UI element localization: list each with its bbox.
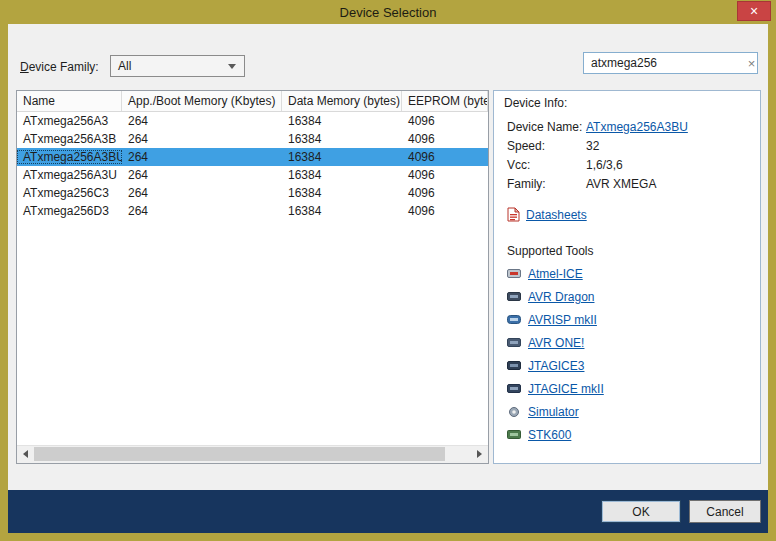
cell-eeprom: 4096	[402, 114, 488, 128]
cell-app-boot-memory: 264	[122, 150, 282, 164]
scroll-left-icon	[19, 450, 28, 458]
window-title: Device Selection	[340, 5, 437, 20]
avr-dragon-icon	[507, 291, 521, 302]
jtagice-mkii-icon	[507, 383, 521, 394]
close-button[interactable]: ×	[737, 1, 771, 21]
device-family-select[interactable]: All	[110, 55, 245, 77]
device-name-field: Device Name: ATxmega256A3BU	[494, 120, 760, 139]
cell-data-memory: 16384	[282, 204, 402, 218]
tool-link[interactable]: JTAGICE mkII	[528, 382, 604, 396]
cell-app-boot-memory: 264	[122, 204, 282, 218]
column-header-eeprom[interactable]: EEPROM (bytes)	[402, 91, 488, 111]
table-row[interactable]: ATxmega256D3 264 16384 4096	[17, 202, 488, 220]
column-header-app-boot-memory[interactable]: App./Boot Memory (Kbytes)	[122, 91, 282, 111]
device-name-link[interactable]: ATxmega256A3BU	[586, 120, 688, 134]
dialog-content: Device Family: All × Name App./Boot Memo…	[8, 24, 768, 533]
cell-eeprom: 4096	[402, 150, 488, 164]
cell-name: ATxmega256A3U	[17, 168, 122, 182]
table-row[interactable]: ATxmega256A3 264 16384 4096	[17, 112, 488, 130]
vcc-field: Vcc: 1,6/3,6	[494, 158, 760, 177]
tool-item: STK600	[494, 423, 760, 446]
tool-item: AVR Dragon	[494, 285, 760, 308]
tool-item: Simulator	[494, 400, 760, 423]
clear-search-icon[interactable]: ×	[746, 57, 757, 70]
stk600-icon	[507, 429, 521, 440]
device-family-label: Device Family:	[20, 60, 99, 74]
column-header-name[interactable]: Name	[17, 91, 122, 111]
cell-name: ATxmega256A3B	[17, 132, 122, 146]
vcc-value: 1,6/3,6	[586, 158, 623, 172]
avr-one-icon	[507, 337, 521, 348]
scroll-left-button[interactable]	[17, 446, 34, 462]
cell-app-boot-memory: 264	[122, 114, 282, 128]
family-value: AVR XMEGA	[586, 177, 656, 191]
table-row[interactable]: ATxmega256C3 264 16384 4096	[17, 184, 488, 202]
avrisp-mkii-icon	[507, 314, 521, 325]
chevron-down-icon	[228, 64, 236, 69]
family-field: Family: AVR XMEGA	[494, 177, 760, 196]
tool-link[interactable]: JTAGICE3	[528, 359, 584, 373]
device-table: Name App./Boot Memory (Kbytes) Data Memo…	[16, 90, 489, 464]
cancel-button-label: Cancel	[706, 505, 743, 519]
cell-name: ATxmega256A3BU	[17, 150, 122, 164]
cell-app-boot-memory: 264	[122, 132, 282, 146]
table-row[interactable]: ATxmega256A3U 264 16384 4096	[17, 166, 488, 184]
cell-app-boot-memory: 264	[122, 186, 282, 200]
ok-button-label: OK	[632, 505, 649, 519]
cell-data-memory: 16384	[282, 132, 402, 146]
horizontal-scrollbar[interactable]	[17, 445, 488, 463]
supported-tools-title: Supported Tools	[494, 222, 760, 262]
tool-link[interactable]: AVR ONE!	[528, 336, 584, 350]
cancel-button[interactable]: Cancel	[689, 500, 761, 523]
speed-field: Speed: 32	[494, 139, 760, 158]
datasheets-row: Datasheets	[494, 196, 760, 222]
speed-label: Speed:	[507, 139, 586, 153]
speed-value: 32	[586, 139, 599, 153]
device-family-value: All	[111, 59, 228, 73]
search-box: ×	[583, 52, 758, 74]
tool-link[interactable]: AVRISP mkII	[528, 313, 597, 327]
tool-item: AVRISP mkII	[494, 308, 760, 331]
column-header-data-memory[interactable]: Data Memory (bytes)	[282, 91, 402, 111]
datasheets-link[interactable]: Datasheets	[526, 208, 587, 222]
tool-item: JTAGICE3	[494, 354, 760, 377]
tool-item: JTAGICE mkII	[494, 377, 760, 400]
cell-eeprom: 4096	[402, 186, 488, 200]
tool-link[interactable]: Simulator	[528, 405, 579, 419]
cell-eeprom: 4096	[402, 168, 488, 182]
device-info-title: Device Info:	[494, 91, 760, 120]
vcc-label: Vcc:	[507, 158, 586, 172]
cell-data-memory: 16384	[282, 186, 402, 200]
cell-data-memory: 16384	[282, 114, 402, 128]
pdf-icon	[507, 207, 520, 222]
scrollbar-thumb[interactable]	[34, 447, 445, 461]
tool-link[interactable]: Atmel-ICE	[528, 267, 583, 281]
titlebar: Device Selection	[0, 0, 776, 24]
family-label: Family:	[507, 177, 586, 191]
jtagice3-icon	[507, 360, 521, 371]
cell-app-boot-memory: 264	[122, 168, 282, 182]
tool-link[interactable]: STK600	[528, 428, 571, 442]
cell-eeprom: 4096	[402, 132, 488, 146]
tool-item: AVR ONE!	[494, 331, 760, 354]
atmel-ice-icon	[507, 268, 521, 279]
cell-name: ATxmega256A3	[17, 114, 122, 128]
scroll-right-button[interactable]	[471, 446, 488, 462]
scroll-right-icon	[477, 450, 486, 458]
cell-name: ATxmega256D3	[17, 204, 122, 218]
cell-name: ATxmega256C3	[17, 186, 122, 200]
table-row-selected[interactable]: ATxmega256A3BU 264 16384 4096	[17, 148, 488, 166]
cell-data-memory: 16384	[282, 150, 402, 164]
cell-data-memory: 16384	[282, 168, 402, 182]
cell-eeprom: 4096	[402, 204, 488, 218]
search-input[interactable]	[584, 56, 746, 70]
close-icon: ×	[750, 4, 758, 18]
table-header: Name App./Boot Memory (Kbytes) Data Memo…	[17, 91, 488, 112]
footer-bar: OK Cancel	[8, 490, 768, 533]
tool-link[interactable]: AVR Dragon	[528, 290, 594, 304]
table-row[interactable]: ATxmega256A3B 264 16384 4096	[17, 130, 488, 148]
tool-item: Atmel-ICE	[494, 262, 760, 285]
ok-button[interactable]: OK	[601, 500, 681, 523]
device-info-panel: Device Info: Device Name: ATxmega256A3BU…	[493, 90, 761, 464]
simulator-icon	[507, 406, 521, 418]
